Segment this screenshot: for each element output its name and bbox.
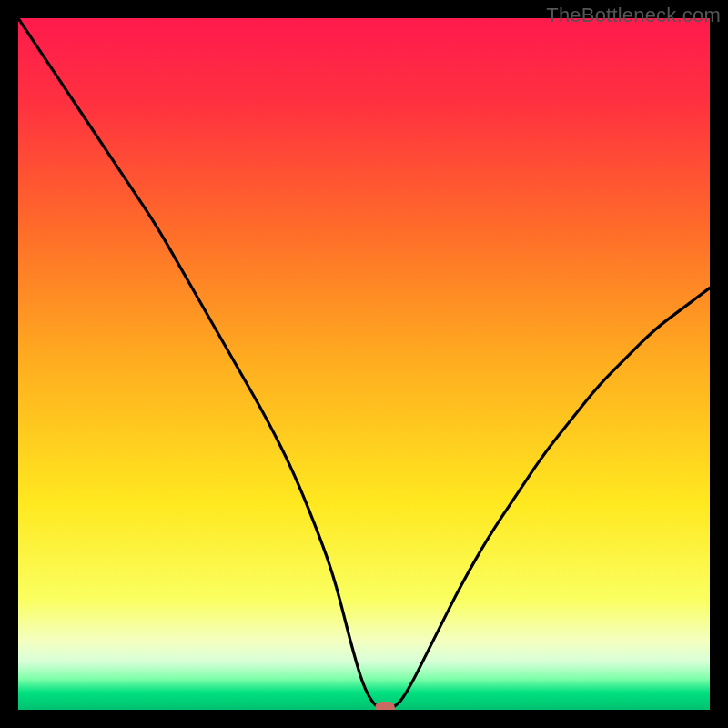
gradient-background (18, 18, 710, 710)
chart-frame: TheBottleneck.com (0, 0, 728, 728)
plot-area (18, 18, 710, 710)
watermark-label: TheBottleneck.com (546, 4, 721, 27)
optimal-point-marker (375, 702, 395, 710)
plot-svg (18, 18, 710, 710)
